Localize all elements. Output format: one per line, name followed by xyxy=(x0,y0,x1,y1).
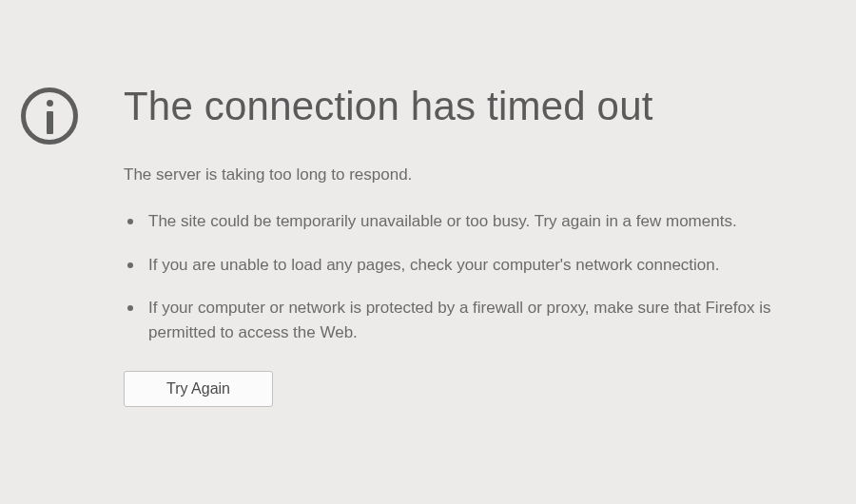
error-page-container: The connection has timed out The server … xyxy=(0,0,856,407)
error-title: The connection has timed out xyxy=(124,84,827,129)
error-subtitle: The server is taking too long to respond… xyxy=(124,165,827,184)
error-suggestions-list: The site could be temporarily unavailabl… xyxy=(124,209,827,344)
list-item: If your computer or network is protected… xyxy=(127,296,827,344)
info-icon xyxy=(21,87,78,145)
icon-column xyxy=(21,84,108,407)
try-again-button[interactable]: Try Again xyxy=(124,371,273,407)
content-column: The connection has timed out The server … xyxy=(108,84,827,407)
list-item: The site could be temporarily unavailabl… xyxy=(127,209,827,234)
list-item: If you are unable to load any pages, che… xyxy=(127,253,827,278)
